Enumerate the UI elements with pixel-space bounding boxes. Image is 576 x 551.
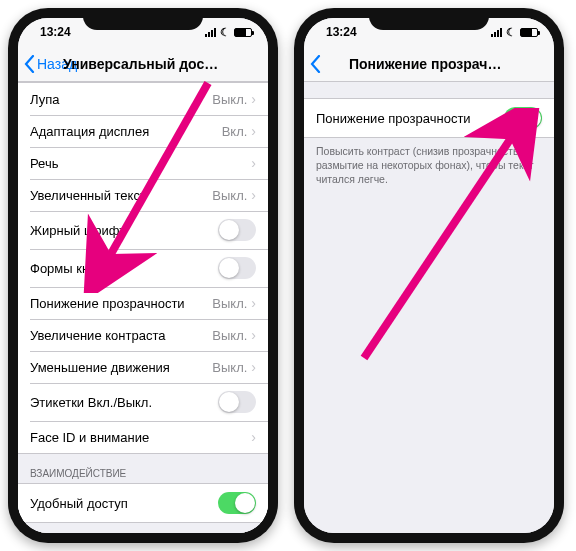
settings-row[interactable]: Речь› [18,147,268,179]
wifi-icon: ☾ [506,26,516,39]
footer-note: Повысить контраст (снизив прозрачность и… [304,138,554,197]
settings-row[interactable]: ЛупаВыкл.› [18,83,268,115]
settings-row[interactable]: Face ID и внимание› [18,421,268,453]
chevron-left-icon [310,55,321,73]
row-label: Понижение прозрачности [30,296,185,311]
row-value: Выкл.› [212,359,256,375]
chevron-left-icon [24,55,35,73]
screen-left: 13:24 ☾ Назад Универсальный доступ ЛупаВ… [18,18,268,533]
cellular-icon [491,28,502,37]
chevron-right-icon: › [251,155,256,171]
toggle-switch[interactable] [218,257,256,279]
row-value: Выкл.› [212,91,256,107]
row-label: Уменьшение движения [30,360,170,375]
settings-row[interactable]: Увеличенный текстВыкл.› [18,179,268,211]
row-label: Увеличение контраста [30,328,165,343]
settings-list[interactable]: ЛупаВыкл.›Адаптация дисплеяВкл.›Речь›Уве… [18,82,268,533]
row-value: Вкл.› [222,123,256,139]
settings-row[interactable]: Формы кнопок [18,249,268,287]
nav-title: Понижение прозрачности [304,56,554,72]
chevron-right-icon: › [251,187,256,203]
status-indicators: ☾ [491,26,538,39]
nav-bar: Назад Универсальный доступ [18,46,268,82]
chevron-right-icon: › [251,91,256,107]
back-label: Назад [37,56,77,72]
cellular-icon [205,28,216,37]
toggle-switch[interactable] [218,391,256,413]
chevron-right-icon: › [251,327,256,343]
section-header: ВЗАИМОДЕЙСТВИЕ [18,454,268,483]
footer-note: Смахните вниз по нижнему краю экрана, чт… [18,523,268,533]
battery-icon [234,28,252,37]
row-label: Face ID и внимание [30,430,149,445]
wifi-icon: ☾ [220,26,230,39]
notch [83,8,203,30]
settings-row[interactable]: Жирный шрифт [18,211,268,249]
settings-row[interactable]: Адаптация дисплеяВкл.› [18,115,268,147]
settings-list[interactable]: Понижение прозрачности Повысить контраст… [304,82,554,533]
row-value: Выкл.› [212,295,256,311]
chevron-right-icon: › [251,295,256,311]
settings-row[interactable]: Удобный доступ [18,484,268,522]
chevron-right-icon: › [251,429,256,445]
row-label: Понижение прозрачности [316,111,471,126]
status-time: 13:24 [34,25,71,39]
row-label: Удобный доступ [30,496,128,511]
group-main: Понижение прозрачности [304,98,554,138]
row-label: Увеличенный текст [30,188,146,203]
group-vision: ЛупаВыкл.›Адаптация дисплеяВкл.›Речь›Уве… [18,82,268,454]
toggle-switch[interactable] [504,107,542,129]
screen-right: 13:24 ☾ Понижение прозрачности Понижение… [304,18,554,533]
nav-bar: Понижение прозрачности [304,46,554,82]
status-indicators: ☾ [205,26,252,39]
row-label: Жирный шрифт [30,223,125,238]
battery-icon [520,28,538,37]
toggle-switch[interactable] [218,219,256,241]
back-button[interactable]: Назад [24,55,77,73]
settings-row[interactable]: Увеличение контрастаВыкл.› [18,319,268,351]
row-label: Адаптация дисплея [30,124,149,139]
chevron-right-icon: › [251,123,256,139]
back-button[interactable] [310,55,321,73]
row-value: › [251,429,256,445]
row-label: Речь [30,156,58,171]
row-value: Выкл.› [212,187,256,203]
row-label: Этикетки Вкл./Выкл. [30,395,152,410]
group-interaction: Удобный доступ [18,483,268,523]
toggle-switch[interactable] [218,492,256,514]
settings-row[interactable]: Понижение прозрачностиВыкл.› [18,287,268,319]
settings-row[interactable]: Понижение прозрачности [304,99,554,137]
row-value: › [251,155,256,171]
row-label: Лупа [30,92,59,107]
phone-right: 13:24 ☾ Понижение прозрачности Понижение… [294,8,564,543]
chevron-right-icon: › [251,359,256,375]
phone-left: 13:24 ☾ Назад Универсальный доступ ЛупаВ… [8,8,278,543]
notch [369,8,489,30]
status-time: 13:24 [320,25,357,39]
row-label: Формы кнопок [30,261,116,276]
settings-row[interactable]: Уменьшение движенияВыкл.› [18,351,268,383]
settings-row[interactable]: Этикетки Вкл./Выкл. [18,383,268,421]
row-value: Выкл.› [212,327,256,343]
